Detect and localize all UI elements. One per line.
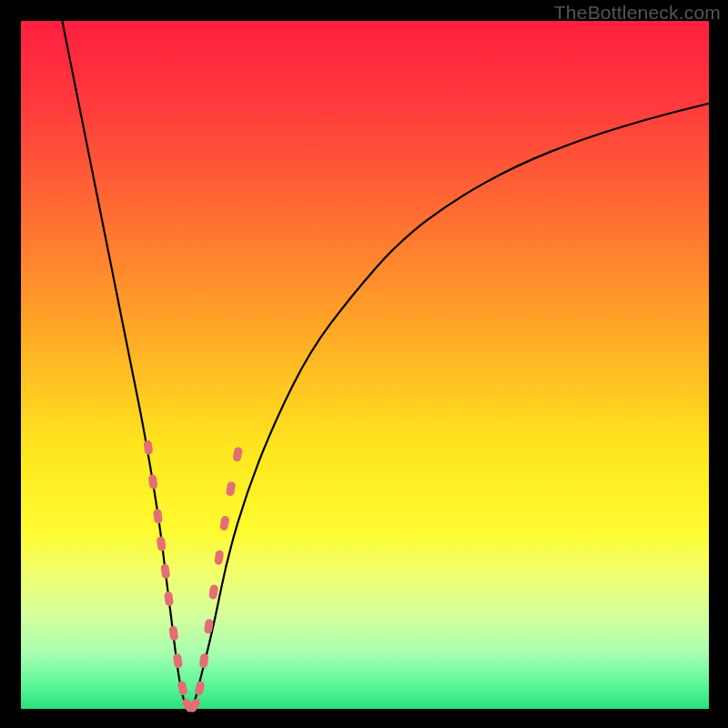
marker-point: [194, 681, 205, 697]
marker-point: [173, 652, 183, 668]
chart-frame: TheBottleneck.com: [0, 0, 728, 728]
marker-point: [148, 474, 158, 490]
curve-layer: [21, 21, 709, 709]
marker-point: [208, 584, 218, 600]
marker-point: [160, 563, 170, 579]
bottleneck-curve: [62, 21, 709, 709]
marker-point: [177, 681, 187, 697]
marker-point: [214, 550, 224, 565]
marker-point: [219, 515, 230, 531]
marker-point: [143, 440, 153, 455]
marker-group: [143, 440, 243, 713]
marker-point: [157, 536, 167, 551]
watermark-text: TheBottleneck.com: [554, 2, 721, 24]
marker-point: [226, 480, 237, 496]
marker-point: [232, 447, 243, 462]
marker-point: [168, 625, 178, 641]
marker-point: [153, 509, 163, 524]
marker-point: [198, 653, 208, 669]
marker-point: [164, 592, 174, 607]
